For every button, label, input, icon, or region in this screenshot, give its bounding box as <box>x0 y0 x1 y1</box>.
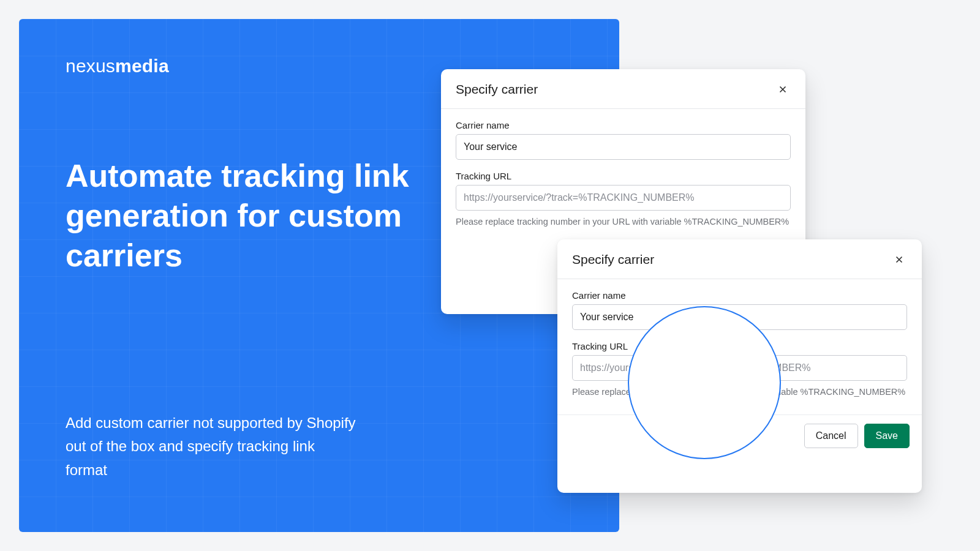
tracking-url-label: Tracking URL <box>456 171 791 181</box>
modal-title: Specify carrier <box>456 82 538 97</box>
specify-carrier-modal-front: Specify carrier Carrier name Tracking UR… <box>557 239 922 493</box>
tracking-url-help: Please replace tracking number in your U… <box>456 216 791 228</box>
brand-left: nexus <box>66 56 115 76</box>
close-button[interactable] <box>775 81 791 97</box>
save-button[interactable]: Save <box>864 424 910 448</box>
modal-body: Carrier name Tracking URL Please replace… <box>557 279 922 414</box>
modal-header: Specify carrier <box>557 239 922 279</box>
headline: Automate tracking link generation for cu… <box>66 156 445 276</box>
close-icon <box>894 254 905 265</box>
tracking-url-label: Tracking URL <box>572 341 907 351</box>
carrier-name-input[interactable] <box>572 304 907 330</box>
modal-header: Specify carrier <box>441 69 805 109</box>
close-button[interactable] <box>891 252 907 268</box>
tracking-url-input[interactable] <box>456 185 791 211</box>
carrier-name-label: Carrier name <box>572 290 907 301</box>
tracking-url-input[interactable] <box>572 355 907 381</box>
modal-body: Carrier name Tracking URL Please replace… <box>441 109 805 244</box>
carrier-name-input[interactable] <box>456 134 791 160</box>
modal-title: Specify carrier <box>572 252 654 267</box>
subheadline: Add custom carrier not supported by Shop… <box>66 411 360 482</box>
carrier-name-label: Carrier name <box>456 120 791 130</box>
modal-footer: Cancel Save <box>557 414 922 459</box>
brand-right: media <box>115 56 169 76</box>
cancel-button[interactable]: Cancel <box>804 424 858 448</box>
close-icon <box>777 84 788 95</box>
tracking-url-help: Please replace tracking number in your U… <box>572 386 907 399</box>
